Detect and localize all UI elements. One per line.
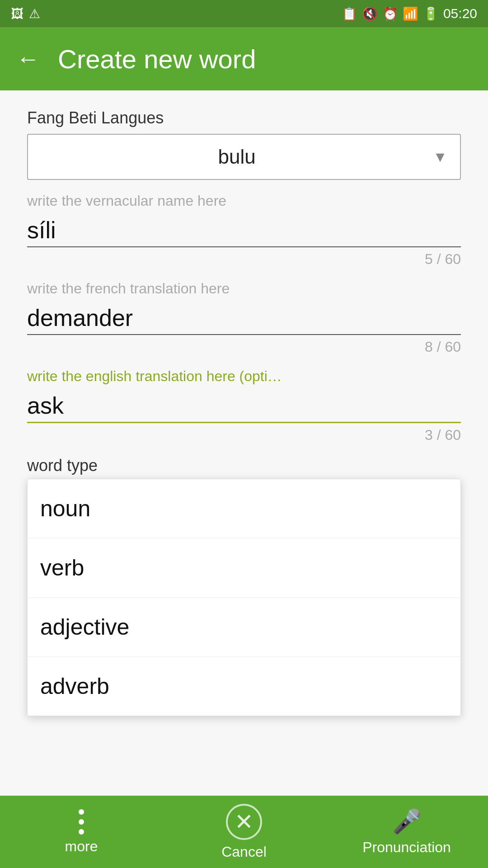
word-type-dropdown-list: noun verb adjective adverb [27, 479, 461, 716]
language-label: Fang Beti Langues [27, 108, 461, 127]
microphone-icon: 🎤 [392, 808, 422, 835]
bottom-navigation: more ✕ Cancel 🎤 Pronunciation [0, 796, 488, 868]
cancel-nav-item[interactable]: ✕ Cancel [199, 804, 289, 860]
vernacular-input[interactable]: síli [27, 212, 461, 247]
language-dropdown[interactable]: bulu ▼ [27, 134, 461, 180]
english-input[interactable]: ask [27, 387, 461, 423]
dot2 [79, 819, 84, 825]
status-bar: 🖼 ⚠ 📋 🔇 ⏰ 📶 🔋 05:20 [0, 0, 488, 27]
french-char-count: 8 / 60 [27, 339, 461, 355]
alert-icon: ⚠ [29, 6, 40, 21]
battery-icon: 🔋 [423, 6, 439, 21]
signal-icon: 📶 [403, 6, 418, 21]
more-icon [79, 809, 84, 835]
mute-icon: 🔇 [362, 6, 378, 21]
app-bar: ← Create new word [0, 27, 488, 90]
word-type-option-noun[interactable]: noun [28, 479, 460, 538]
language-dropdown-value: bulu [41, 146, 433, 168]
chevron-down-icon: ▼ [433, 149, 447, 165]
status-time: 05:20 [443, 6, 477, 21]
vernacular-char-count: 5 / 60 [27, 251, 461, 268]
english-hint: write the english translation here (opti… [27, 368, 461, 385]
pronunciation-nav-item[interactable]: 🎤 Pronunciation [361, 808, 452, 856]
alarm-icon: ⏰ [382, 6, 398, 21]
more-nav-item[interactable]: more [36, 809, 127, 855]
more-label: more [65, 838, 98, 855]
dot3 [79, 829, 84, 835]
word-type-option-verb[interactable]: verb [28, 538, 460, 598]
cancel-circle-icon: ✕ [226, 804, 262, 840]
word-type-label: word type [27, 456, 461, 475]
english-char-count: 3 / 60 [27, 427, 461, 443]
french-hint: write the french translation here [27, 280, 461, 297]
french-value: demander [27, 300, 461, 334]
status-right-icons: 📋 🔇 ⏰ 📶 🔋 05:20 [342, 6, 477, 21]
status-left-icons: 🖼 ⚠ [11, 6, 40, 21]
back-button[interactable]: ← [16, 47, 40, 71]
sim-icon: 📋 [342, 6, 357, 21]
page-title: Create new word [58, 44, 256, 74]
french-input[interactable]: demander [27, 300, 461, 335]
cancel-label: Cancel [221, 844, 267, 860]
vernacular-value: síli [27, 212, 461, 246]
vernacular-hint: write the vernacular name here [27, 193, 461, 209]
content-area: Fang Beti Langues bulu ▼ write the verna… [0, 90, 488, 796]
english-value: ask [27, 387, 461, 422]
image-icon: 🖼 [11, 6, 23, 21]
pronunciation-label: Pronunciation [362, 839, 451, 856]
word-type-option-adjective[interactable]: adjective [28, 598, 460, 657]
cancel-x-icon: ✕ [235, 809, 253, 835]
dot1 [79, 809, 84, 815]
word-type-option-adverb[interactable]: adverb [28, 657, 460, 716]
